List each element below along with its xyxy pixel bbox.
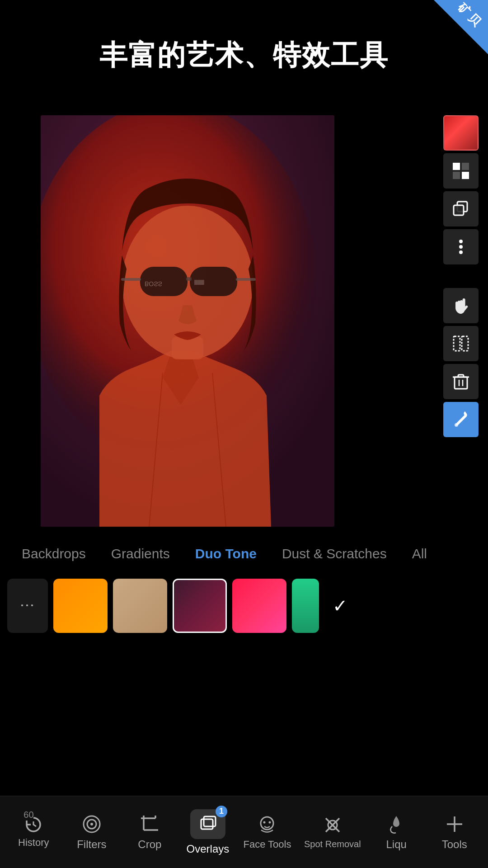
svg-rect-19 xyxy=(454,205,464,215)
liqu-icon xyxy=(386,814,407,835)
svg-point-34 xyxy=(90,823,93,826)
nav-overlays-label: Overlays xyxy=(187,843,230,855)
nav-face-tools[interactable]: Face Tools xyxy=(243,814,291,850)
svg-rect-25 xyxy=(455,377,467,389)
face-tools-icon xyxy=(257,814,277,835)
swatch-tan[interactable] xyxy=(113,579,167,633)
nav-spot-removal[interactable]: Spot Removal xyxy=(304,815,361,849)
checkmark-icon: ✓ xyxy=(333,595,348,616)
svg-line-31 xyxy=(33,825,36,826)
checkerboard-button[interactable] xyxy=(443,153,479,189)
nav-history[interactable]: 60 History xyxy=(11,814,56,850)
svg-rect-39 xyxy=(201,819,213,829)
category-tabs: Backdrops Gradients Duo Tone Dust & Scra… xyxy=(0,538,488,570)
delete-button[interactable] xyxy=(443,364,479,399)
nav-crop[interactable]: Crop xyxy=(127,814,172,851)
nav-filters[interactable]: Filters xyxy=(69,814,114,851)
tab-duo-tone[interactable]: Duo Tone xyxy=(183,542,269,565)
nav-filters-label: Filters xyxy=(77,838,106,851)
swatch-pink-red[interactable] xyxy=(232,579,286,633)
tab-all[interactable]: All xyxy=(399,542,440,565)
nav-history-label: History xyxy=(18,837,49,849)
svg-point-22 xyxy=(459,250,463,254)
three-dots-icon: ⋮ xyxy=(19,598,36,613)
badge-text: 矿 贝 xyxy=(455,0,483,28)
nav-tools-label: Tools xyxy=(442,838,467,851)
nav-spot-removal-label: Spot Removal xyxy=(304,839,361,849)
tab-gradients[interactable]: Gradients xyxy=(99,542,183,565)
nav-liqu-label: Liqu xyxy=(386,838,406,851)
nav-tools[interactable]: Tools xyxy=(432,814,477,851)
color-swatch-button[interactable] xyxy=(443,115,479,151)
spot-removal-icon xyxy=(322,815,343,835)
crop-icon xyxy=(139,814,160,835)
tools-plus-icon xyxy=(444,814,465,835)
right-toolbar xyxy=(443,115,479,437)
page-title: 丰富的艺术、特效工具 xyxy=(0,36,488,74)
filters-icon xyxy=(81,814,102,835)
nav-overlays[interactable]: 1 Overlays xyxy=(185,809,230,855)
swatch-orange[interactable] xyxy=(53,579,108,633)
tab-dust-scratches[interactable]: Dust & Scratches xyxy=(269,542,399,565)
bottom-nav: 60 History Filters Crop 1 xyxy=(0,796,488,868)
svg-rect-15 xyxy=(462,163,469,170)
svg-rect-17 xyxy=(462,172,469,179)
confirm-swatch-button[interactable]: ✓ xyxy=(324,579,356,633)
svg-point-20 xyxy=(459,240,463,243)
nav-liqu[interactable]: Liqu xyxy=(374,814,419,851)
svg-rect-24 xyxy=(462,336,468,351)
swatches-row: ⋮ ✓ xyxy=(0,574,488,637)
svg-rect-13 xyxy=(41,115,334,527)
overlays-badge: 1 xyxy=(216,806,227,817)
swatch-menu-button[interactable]: ⋮ xyxy=(7,579,48,633)
nav-crop-label: Crop xyxy=(138,838,161,851)
tab-backdrops[interactable]: Backdrops xyxy=(9,542,99,565)
swatch-dark-red[interactable] xyxy=(173,579,227,633)
portrait-svg: BOSS ▓▓▓ xyxy=(41,115,334,527)
eyedropper-button[interactable] xyxy=(443,402,479,437)
more-options-button[interactable] xyxy=(443,229,479,264)
nav-face-tools-label: Face Tools xyxy=(243,839,291,850)
svg-point-21 xyxy=(459,245,463,249)
svg-rect-23 xyxy=(454,336,460,351)
overlays-icon xyxy=(197,813,218,834)
main-image: BOSS ▓▓▓ xyxy=(41,115,334,527)
svg-rect-16 xyxy=(453,172,460,179)
svg-rect-40 xyxy=(204,816,216,826)
svg-point-42 xyxy=(263,821,266,823)
svg-point-29 xyxy=(455,423,458,427)
pan-tool-button[interactable] xyxy=(443,288,479,323)
selection-tool-button[interactable] xyxy=(443,326,479,361)
history-count: 60 xyxy=(23,810,33,820)
duplicate-button[interactable] xyxy=(443,191,479,226)
svg-rect-14 xyxy=(453,163,460,170)
svg-point-43 xyxy=(269,821,271,823)
swatch-green[interactable] xyxy=(292,579,319,633)
